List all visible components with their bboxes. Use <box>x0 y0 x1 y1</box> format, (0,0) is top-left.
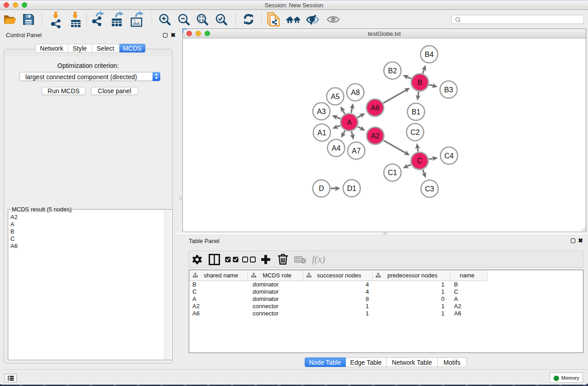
svg-text:A: A <box>347 119 352 126</box>
svg-text:4: 4 <box>366 281 369 288</box>
svg-text:A: A <box>454 295 458 302</box>
svg-text:A: A <box>192 295 196 302</box>
svg-text:A5: A5 <box>331 93 340 100</box>
svg-text:B3: B3 <box>444 86 453 94</box>
svg-text:1: 1 <box>366 303 369 310</box>
svg-text:dominator: dominator <box>253 281 279 288</box>
svg-text:D1: D1 <box>347 185 357 192</box>
svg-text:C: C <box>417 157 422 165</box>
svg-text:shared name: shared name <box>204 272 238 279</box>
svg-text:C4: C4 <box>445 152 454 160</box>
svg-text:A8: A8 <box>351 89 360 96</box>
svg-text:C: C <box>454 288 458 295</box>
svg-text:B2: B2 <box>388 67 397 75</box>
svg-text:B: B <box>192 281 196 288</box>
svg-text:A7: A7 <box>352 147 361 155</box>
svg-text:successor nodes: successor nodes <box>317 272 361 279</box>
svg-text:connector: connector <box>253 303 279 310</box>
svg-text:B: B <box>454 281 458 288</box>
svg-text:A2: A2 <box>192 303 200 310</box>
svg-text:1: 1 <box>366 310 369 317</box>
svg-text:A2: A2 <box>371 132 380 140</box>
svg-text:C: C <box>192 288 196 295</box>
svg-text:8: 8 <box>366 295 369 302</box>
svg-text:A2: A2 <box>454 303 461 310</box>
svg-text:name: name <box>460 272 475 279</box>
svg-text:0: 0 <box>441 295 445 302</box>
svg-text:C2: C2 <box>411 129 420 136</box>
svg-text:A6: A6 <box>371 104 380 112</box>
svg-text:A3: A3 <box>317 108 326 115</box>
svg-text:A1: A1 <box>317 129 326 137</box>
svg-text:1: 1 <box>441 288 445 295</box>
svg-text:A6: A6 <box>192 310 200 317</box>
svg-text:1: 1 <box>441 303 445 310</box>
svg-text:A4: A4 <box>332 144 341 152</box>
svg-text:A6: A6 <box>454 310 461 317</box>
svg-text:C1: C1 <box>388 169 397 176</box>
svg-text:dominator: dominator <box>253 295 279 302</box>
svg-text:D: D <box>319 185 324 192</box>
svg-text:4: 4 <box>366 288 369 295</box>
svg-text:connector: connector <box>253 310 279 317</box>
svg-text:1: 1 <box>441 310 445 317</box>
svg-text:B: B <box>417 79 422 86</box>
svg-text:dominator: dominator <box>253 288 279 295</box>
svg-text:MCDS role: MCDS role <box>263 272 292 279</box>
svg-text:C3: C3 <box>425 185 435 193</box>
svg-text:B4: B4 <box>425 51 434 58</box>
svg-text:B1: B1 <box>411 108 421 116</box>
svg-text:f(x): f(x) <box>312 254 325 265</box>
svg-text:predecessor nodes: predecessor nodes <box>387 272 438 279</box>
svg-text:1: 1 <box>441 281 445 288</box>
